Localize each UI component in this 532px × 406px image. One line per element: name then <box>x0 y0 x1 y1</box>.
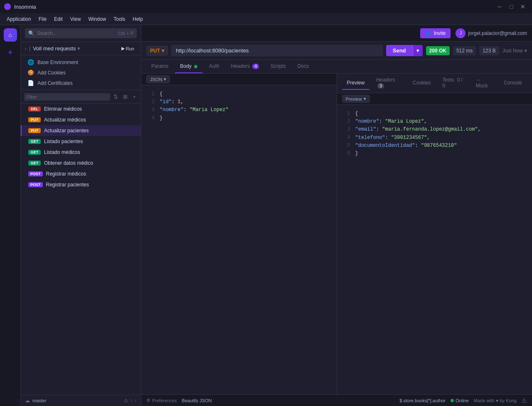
preview-tab-bar: Preview Headers 3 Cookies Tests 0 / 0 → <box>337 74 532 93</box>
filter-add-button[interactable]: + <box>131 93 138 101</box>
request-item-listado-pacientes[interactable]: GET Listado pacientes <box>21 136 141 147</box>
request-item-obtener-datos-medico[interactable]: GET Obtener datos médico <box>21 158 141 168</box>
preview-tab-cookies[interactable]: Cookies <box>408 77 436 90</box>
add-certificates-item[interactable]: 📄 Add Certificates <box>24 78 138 88</box>
format-selector[interactable]: JSON ▾ <box>146 75 170 83</box>
user-avatar: J <box>456 28 466 38</box>
request-item-registrar-medicos[interactable]: POST Registrar médicos <box>21 168 141 179</box>
response-time: 512 ms <box>453 46 476 55</box>
status-badge: 200 OK <box>426 46 450 55</box>
filter-expand-button[interactable]: ⊞ <box>121 93 129 101</box>
request-name: Registrar médicos <box>46 171 86 177</box>
expand-button[interactable]: | <box>29 46 30 52</box>
preview-tab-preview[interactable]: Preview <box>342 77 370 90</box>
preview-tab-tests[interactable]: Tests 0 / 0 <box>437 74 469 93</box>
send-btn-group: Send ▾ <box>386 45 423 56</box>
menu-tools[interactable]: Tools <box>110 15 128 23</box>
request-name: Actualizar pacientes <box>44 128 89 134</box>
preview-format-selector[interactable]: Preview ▾ <box>342 95 370 103</box>
filter-sort-button[interactable]: ⇅ <box>112 93 120 101</box>
menu-window[interactable]: Window <box>85 15 110 23</box>
method-selector[interactable]: PUT ▾ <box>146 46 168 56</box>
tab-docs[interactable]: Docs <box>293 60 314 73</box>
beautify-json-label[interactable]: Beautify JSON <box>182 398 212 403</box>
editor-area: JSON ▾ 1 { 2 "id": 1, 3 "nombre" <box>141 74 532 394</box>
invite-button[interactable]: 👤 Invite <box>420 28 451 38</box>
online-dot <box>451 399 454 402</box>
menu-application[interactable]: Application <box>3 15 34 23</box>
request-list: DEL Eliminar médicos PUT Actualizar médi… <box>21 104 141 395</box>
preview-format-chevron-icon: ▾ <box>364 96 366 102</box>
search-bar-container: 🔍 Ctrl + P <box>21 25 141 42</box>
method-badge-post: POST <box>28 182 43 187</box>
preview-code-editor[interactable]: 1 { 2 "nombre": "Maria Lopez", 3 "email"… <box>337 105 532 394</box>
search-input[interactable] <box>37 30 116 36</box>
request-name: Listado pacientes <box>44 139 83 144</box>
preview-tab-mock[interactable]: → Mock <box>471 74 497 93</box>
tab-headers[interactable]: Headers 4 <box>226 60 264 73</box>
add-cookies-item[interactable]: 🍪 Add Cookies <box>24 67 138 78</box>
warning-sync-icon: ⚠ <box>124 398 128 404</box>
base-environment-item[interactable]: 🌐 Base Environment <box>24 57 138 67</box>
request-item-actualizar-pacientes[interactable]: PUT Actualizar pacientes <box>21 125 141 136</box>
request-item-eliminar-medicos[interactable]: DEL Eliminar médicos <box>21 104 141 114</box>
body-code-editor[interactable]: 1 { 2 "id": 1, 3 "nombre": "Maria Lopez"… <box>141 85 337 394</box>
run-button[interactable]: ▶ Run <box>119 45 137 52</box>
url-input[interactable] <box>171 45 383 56</box>
code-line: 4 } <box>146 114 332 122</box>
app-icon <box>4 3 11 10</box>
minimize-button[interactable]: ─ <box>495 2 505 12</box>
close-button[interactable]: ✕ <box>518 2 528 12</box>
collapse-button[interactable]: ‹ <box>25 46 27 52</box>
filter-bar: ⇅ ⊞ + <box>21 90 141 104</box>
preview-headers-badge: 3 <box>377 83 384 89</box>
statusbar-right: $.store.books[*].author Online Made with… <box>399 397 527 404</box>
add-button[interactable]: + <box>3 45 18 60</box>
tab-auth[interactable]: Auth <box>204 60 224 73</box>
menu-view[interactable]: View <box>67 15 84 23</box>
code-line: 2 "id": 1, <box>146 98 332 106</box>
maximize-button[interactable]: □ <box>506 2 516 12</box>
preferences-button[interactable]: ⚙ Preferences <box>146 398 177 403</box>
request-name: Eliminar médicos <box>44 106 82 112</box>
tab-body[interactable]: Body <box>175 60 202 73</box>
top-bar: 👤 Invite J jorgel.palacior@gmail.com <box>141 25 532 42</box>
menu-help[interactable]: Help <box>129 15 146 23</box>
search-bar[interactable]: 🔍 Ctrl + P <box>25 28 137 38</box>
branch-name: master <box>32 398 47 403</box>
run-icon: ▶ <box>121 46 125 51</box>
main-content: 👤 Invite J jorgel.palacior@gmail.com PUT… <box>141 25 532 406</box>
request-item-listado-medicos[interactable]: GET Listado médicos <box>21 147 141 158</box>
sync-icons: ⚠ ↑ ↓ <box>124 398 137 404</box>
cookie-icon: 🍪 <box>27 69 34 76</box>
request-name: Actualizar médicos <box>44 117 86 123</box>
globe-icon: 🌐 <box>27 59 34 65</box>
filter-input[interactable] <box>24 93 110 101</box>
menubar: Application File Edit View Window Tools … <box>0 13 532 25</box>
app-title: Insomnia <box>14 4 36 10</box>
send-button[interactable]: Send <box>386 45 413 56</box>
tab-params[interactable]: Params <box>146 60 173 73</box>
collection-name[interactable]: Voll med requests ▾ <box>33 45 116 52</box>
preview-pane: Preview Headers 3 Cookies Tests 0 / 0 → <box>337 74 532 394</box>
user-info[interactable]: J jorgel.palacior@gmail.com <box>456 28 527 38</box>
menu-edit[interactable]: Edit <box>51 15 66 23</box>
method-badge-put: PUT <box>28 128 41 133</box>
home-icon[interactable]: ⌂ <box>4 28 17 42</box>
code-line: 3 "email": "maria.fernanda.lopez@gmail.c… <box>342 126 527 134</box>
env-section: 🌐 Base Environment 🍪 Add Cookies 📄 Add C… <box>21 55 141 90</box>
collection-chevron-icon: ▾ <box>77 45 80 52</box>
menu-file[interactable]: File <box>35 15 50 23</box>
format-chevron-icon: ▾ <box>164 77 166 82</box>
editor-pane: JSON ▾ 1 { 2 "id": 1, 3 "nombre" <box>141 74 337 394</box>
tab-scripts[interactable]: Scripts <box>266 60 291 73</box>
code-line: 2 "nombre": "Maria Lopez", <box>342 118 527 126</box>
request-item-actualizar-medicos[interactable]: PUT Actualizar médicos <box>21 114 141 125</box>
preview-tab-headers[interactable]: Headers 3 <box>371 74 406 93</box>
preview-tab-console[interactable]: Console <box>499 77 527 90</box>
request-item-registrar-pacientes[interactable]: POST Registrar pacientes <box>21 179 141 190</box>
code-line: 1 { <box>342 110 527 118</box>
method-badge-del: DEL <box>28 106 41 111</box>
timestamp[interactable]: Just Now ▾ <box>502 48 527 54</box>
send-dropdown-button[interactable]: ▾ <box>413 45 423 56</box>
